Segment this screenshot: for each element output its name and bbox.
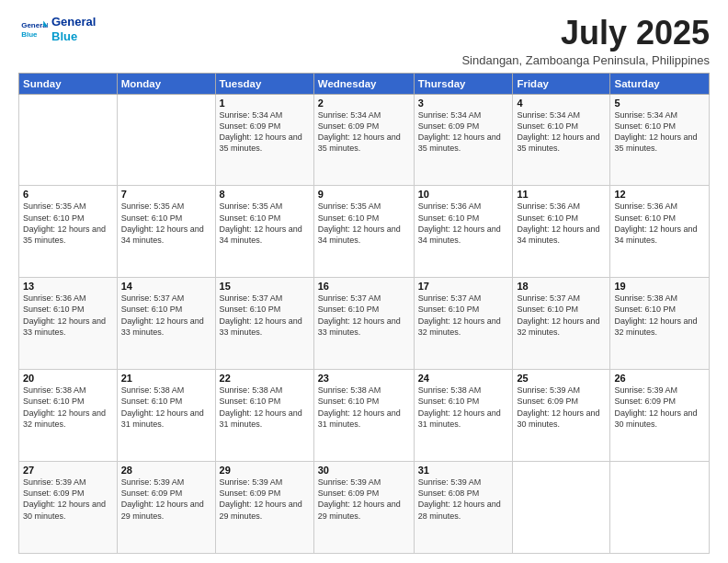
day-number: 30 [318,465,410,476]
day-info: Sunrise: 5:36 AM Sunset: 6:10 PM Dayligh… [614,201,705,246]
day-info: Sunrise: 5:37 AM Sunset: 6:10 PM Dayligh… [220,293,310,338]
day-cell: 5Sunrise: 5:34 AM Sunset: 6:10 PM Daylig… [610,94,710,186]
day-info: Sunrise: 5:38 AM Sunset: 6:10 PM Dayligh… [318,385,410,430]
day-info: Sunrise: 5:38 AM Sunset: 6:10 PM Dayligh… [220,385,310,430]
col-header-saturday: Saturday [610,73,710,94]
subtitle: Sindangan, Zamboanga Peninsula, Philippi… [461,53,710,67]
day-number: 31 [418,465,509,476]
day-number: 11 [517,189,606,200]
day-info: Sunrise: 5:38 AM Sunset: 6:10 PM Dayligh… [121,385,211,430]
day-number: 8 [220,189,310,200]
day-number: 23 [318,373,410,384]
col-header-wednesday: Wednesday [313,73,414,94]
header: General Blue General Blue July 2025 Sind… [18,15,710,67]
day-cell: 2Sunrise: 5:34 AM Sunset: 6:09 PM Daylig… [313,94,414,186]
day-cell: 14Sunrise: 5:37 AM Sunset: 6:10 PM Dayli… [117,278,215,370]
day-info: Sunrise: 5:36 AM Sunset: 6:10 PM Dayligh… [517,201,606,246]
day-cell [513,462,610,554]
logo-line1: General [51,15,96,29]
week-row-4: 20Sunrise: 5:38 AM Sunset: 6:10 PM Dayli… [19,370,710,462]
day-cell: 8Sunrise: 5:35 AM Sunset: 6:10 PM Daylig… [215,186,313,278]
logo-icon: General Blue [18,15,48,44]
day-number: 20 [23,373,113,384]
col-header-tuesday: Tuesday [215,73,313,94]
day-info: Sunrise: 5:38 AM Sunset: 6:10 PM Dayligh… [23,385,113,430]
day-number: 15 [220,281,310,292]
day-cell: 11Sunrise: 5:36 AM Sunset: 6:10 PM Dayli… [513,186,610,278]
day-cell [610,462,710,554]
day-number: 4 [517,98,606,109]
day-number: 25 [517,373,606,384]
day-number: 28 [121,465,211,476]
day-number: 29 [220,465,310,476]
day-number: 16 [318,281,410,292]
day-number: 5 [614,98,705,109]
day-number: 7 [121,189,211,200]
day-cell: 4Sunrise: 5:34 AM Sunset: 6:10 PM Daylig… [513,94,610,186]
day-cell: 7Sunrise: 5:35 AM Sunset: 6:10 PM Daylig… [117,186,215,278]
week-row-5: 27Sunrise: 5:39 AM Sunset: 6:09 PM Dayli… [19,462,710,554]
day-cell: 18Sunrise: 5:37 AM Sunset: 6:10 PM Dayli… [513,278,610,370]
day-info: Sunrise: 5:37 AM Sunset: 6:10 PM Dayligh… [318,293,410,338]
calendar-table: SundayMondayTuesdayWednesdayThursdayFrid… [18,73,710,554]
day-cell [19,94,118,186]
day-number: 6 [23,189,113,200]
day-cell [117,94,215,186]
day-info: Sunrise: 5:39 AM Sunset: 6:09 PM Dayligh… [220,477,310,522]
day-number: 12 [614,189,705,200]
day-info: Sunrise: 5:37 AM Sunset: 6:10 PM Dayligh… [121,293,211,338]
day-info: Sunrise: 5:39 AM Sunset: 6:09 PM Dayligh… [23,477,113,522]
col-header-friday: Friday [513,73,610,94]
day-info: Sunrise: 5:34 AM Sunset: 6:09 PM Dayligh… [220,109,310,155]
day-cell: 22Sunrise: 5:38 AM Sunset: 6:10 PM Dayli… [215,370,313,462]
day-number: 3 [418,98,509,109]
day-info: Sunrise: 5:37 AM Sunset: 6:10 PM Dayligh… [517,293,606,338]
day-cell: 30Sunrise: 5:39 AM Sunset: 6:09 PM Dayli… [313,462,414,554]
day-number: 19 [614,281,705,292]
day-cell: 20Sunrise: 5:38 AM Sunset: 6:10 PM Dayli… [19,370,118,462]
logo: General Blue General Blue [18,15,96,44]
day-number: 27 [23,465,113,476]
day-info: Sunrise: 5:38 AM Sunset: 6:10 PM Dayligh… [614,293,705,338]
day-info: Sunrise: 5:39 AM Sunset: 6:09 PM Dayligh… [517,385,606,430]
day-cell: 29Sunrise: 5:39 AM Sunset: 6:09 PM Dayli… [215,462,313,554]
page: General Blue General Blue July 2025 Sind… [0,0,728,563]
col-header-monday: Monday [117,73,215,94]
day-info: Sunrise: 5:35 AM Sunset: 6:10 PM Dayligh… [220,201,310,246]
svg-text:Blue: Blue [21,30,38,39]
day-info: Sunrise: 5:36 AM Sunset: 6:10 PM Dayligh… [418,201,509,246]
day-cell: 25Sunrise: 5:39 AM Sunset: 6:09 PM Dayli… [513,370,610,462]
day-number: 17 [418,281,509,292]
day-cell: 6Sunrise: 5:35 AM Sunset: 6:10 PM Daylig… [19,186,118,278]
day-info: Sunrise: 5:36 AM Sunset: 6:10 PM Dayligh… [23,293,113,338]
day-info: Sunrise: 5:35 AM Sunset: 6:10 PM Dayligh… [23,201,113,246]
day-info: Sunrise: 5:34 AM Sunset: 6:10 PM Dayligh… [614,109,705,155]
day-cell: 13Sunrise: 5:36 AM Sunset: 6:10 PM Dayli… [19,278,118,370]
day-number: 21 [121,373,211,384]
day-cell: 31Sunrise: 5:39 AM Sunset: 6:08 PM Dayli… [414,462,513,554]
day-cell: 3Sunrise: 5:34 AM Sunset: 6:09 PM Daylig… [414,94,513,186]
day-info: Sunrise: 5:39 AM Sunset: 6:08 PM Dayligh… [418,477,509,522]
day-cell: 1Sunrise: 5:34 AM Sunset: 6:09 PM Daylig… [215,94,313,186]
day-cell: 24Sunrise: 5:38 AM Sunset: 6:10 PM Dayli… [414,370,513,462]
day-cell: 21Sunrise: 5:38 AM Sunset: 6:10 PM Dayli… [117,370,215,462]
day-info: Sunrise: 5:39 AM Sunset: 6:09 PM Dayligh… [318,477,410,522]
week-row-1: 1Sunrise: 5:34 AM Sunset: 6:09 PM Daylig… [19,94,710,186]
day-cell: 27Sunrise: 5:39 AM Sunset: 6:09 PM Dayli… [19,462,118,554]
day-number: 1 [220,98,310,109]
day-number: 22 [220,373,310,384]
header-row: SundayMondayTuesdayWednesdayThursdayFrid… [19,73,710,94]
day-cell: 17Sunrise: 5:37 AM Sunset: 6:10 PM Dayli… [414,278,513,370]
week-row-3: 13Sunrise: 5:36 AM Sunset: 6:10 PM Dayli… [19,278,710,370]
day-cell: 9Sunrise: 5:35 AM Sunset: 6:10 PM Daylig… [313,186,414,278]
day-number: 14 [121,281,211,292]
day-number: 24 [418,373,509,384]
day-cell: 23Sunrise: 5:38 AM Sunset: 6:10 PM Dayli… [313,370,414,462]
day-number: 10 [418,189,509,200]
col-header-sunday: Sunday [19,73,118,94]
day-info: Sunrise: 5:37 AM Sunset: 6:10 PM Dayligh… [418,293,509,338]
main-title: July 2025 [461,15,710,52]
day-cell: 15Sunrise: 5:37 AM Sunset: 6:10 PM Dayli… [215,278,313,370]
day-number: 2 [318,98,410,109]
day-info: Sunrise: 5:38 AM Sunset: 6:10 PM Dayligh… [418,385,509,430]
